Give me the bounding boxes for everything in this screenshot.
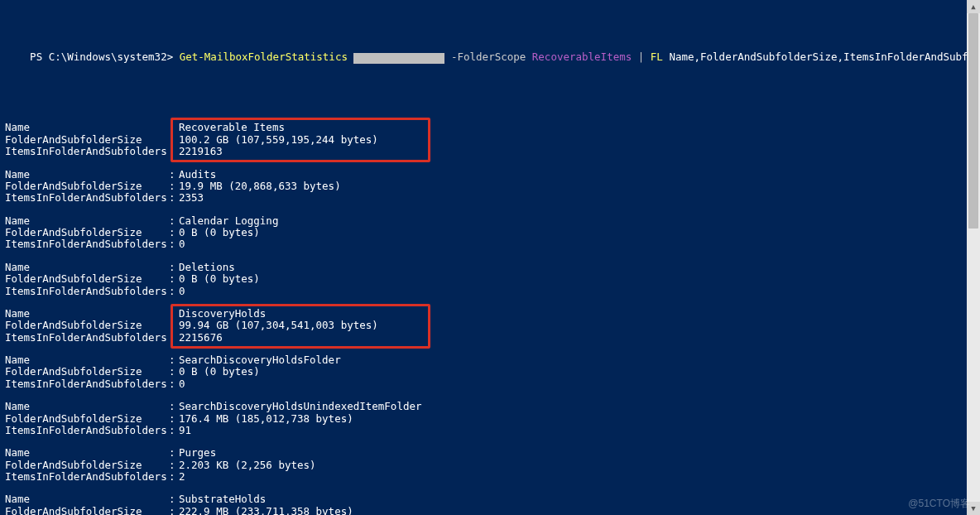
field-label: FolderAndSubfolderSize — [5, 506, 169, 515]
output-row: FolderAndSubfolderSize:0 B (0 bytes) — [5, 227, 975, 238]
fl-props: Name,FolderAndSubfolderSize,ItemsInFolde… — [669, 51, 980, 63]
field-value: Purges — [179, 446, 216, 459]
output-row: ItemsInFolderAndSubfolders:0 — [5, 286, 975, 297]
field-value: 0 — [179, 378, 185, 390]
output-groups: Name Recoverable ItemsFolderAndSubfolder… — [5, 122, 975, 515]
vertical-scrollbar[interactable]: ▲ ▼ — [967, 0, 980, 515]
output-row: ItemsInFolderAndSubfolders:2215676 — [5, 332, 975, 344]
scroll-thumb[interactable] — [968, 13, 978, 229]
output-row: FolderAndSubfolderSize:222.9 MB (233,711… — [5, 506, 975, 515]
field-label: Name — [5, 169, 169, 180]
colon: : — [169, 354, 179, 366]
colon: : — [169, 460, 179, 471]
colon: : — [169, 332, 179, 344]
colon — [169, 122, 179, 133]
field-value: 0 B (0 bytes) — [179, 272, 260, 285]
scope-value: RecoverableItems — [526, 51, 637, 63]
output-row: FolderAndSubfolderSize:99.94 GB (107,304… — [5, 320, 975, 331]
colon: : — [169, 308, 179, 320]
folder-group: Name:PurgesFolderAndSubfolderSize:2.203 … — [5, 447, 975, 483]
field-label: Name — [5, 122, 169, 133]
field-label: FolderAndSubfolderSize — [5, 366, 169, 378]
field-label: FolderAndSubfolderSize — [5, 273, 169, 285]
field-value: 19.9 MB (20,868,633 bytes) — [179, 180, 341, 192]
output-row: ItemsInFolderAndSubfolders 2219163 — [5, 146, 975, 157]
output-row: FolderAndSubfolderSize 100.2 GB (107,559… — [5, 134, 975, 146]
field-label: Name — [5, 401, 169, 412]
colon: : — [169, 447, 179, 459]
colon: : — [169, 493, 179, 505]
watermark: @51CTO博客 — [908, 498, 970, 510]
output-row: Name:DiscoveryHolds — [5, 308, 975, 320]
field-label: FolderAndSubfolderSize — [5, 134, 169, 146]
field-value: 91 — [179, 424, 191, 436]
field-value: 0 B (0 bytes) — [179, 365, 260, 378]
field-label: FolderAndSubfolderSize — [5, 227, 169, 238]
field-label: ItemsInFolderAndSubfolders — [5, 238, 169, 250]
folder-group: Name:SearchDiscoveryHoldsUnindexedItemFo… — [5, 401, 975, 436]
field-label: Name — [5, 447, 169, 459]
colon: : — [169, 169, 179, 180]
field-value: 0 B (0 bytes) — [179, 226, 260, 238]
param-folderscope: -FolderScope — [451, 51, 526, 63]
colon: : — [169, 366, 179, 378]
field-value: Recoverable Items — [179, 121, 285, 133]
folder-group: Name Recoverable ItemsFolderAndSubfolder… — [5, 122, 975, 157]
field-value: SearchDiscoveryHoldsUnindexedItemFolder — [179, 400, 422, 412]
output-row: ItemsInFolderAndSubfolders:2353 — [5, 192, 975, 204]
command-line: PS C:\Windows\system32> Get-MailboxFolde… — [5, 39, 975, 75]
output-row: FolderAndSubfolderSize:19.9 MB (20,868,6… — [5, 180, 975, 192]
folder-group: Name:DiscoveryHoldsFolderAndSubfolderSiz… — [5, 308, 975, 344]
field-value: 2215676 — [179, 331, 223, 344]
colon: : — [169, 401, 179, 412]
output-row: Name:SubstrateHolds — [5, 493, 975, 505]
colon: : — [169, 471, 179, 483]
powershell-terminal[interactable]: PS C:\Windows\system32> Get-MailboxFolde… — [0, 0, 980, 515]
field-value: 222.9 MB (233,711,358 bytes) — [179, 505, 353, 515]
output-row: Name:Purges — [5, 447, 975, 459]
output-row: FolderAndSubfolderSize:0 B (0 bytes) — [5, 273, 975, 285]
field-label: ItemsInFolderAndSubfolders — [5, 192, 169, 204]
output-row: ItemsInFolderAndSubfolders:0 — [5, 378, 975, 390]
field-label: Name — [5, 308, 169, 320]
field-value: 0 — [179, 238, 185, 250]
colon: : — [169, 238, 179, 250]
field-value: 2353 — [179, 191, 204, 204]
colon: : — [169, 425, 179, 436]
field-label: ItemsInFolderAndSubfolders — [5, 378, 169, 390]
field-value: SubstrateHolds — [179, 493, 266, 505]
folder-group: Name:SearchDiscoveryHoldsFolderFolderAnd… — [5, 354, 975, 390]
fl-cmd: FL — [651, 51, 670, 63]
field-label: Name — [5, 215, 169, 227]
colon: : — [169, 227, 179, 238]
output-row: Name:Audits — [5, 169, 975, 180]
field-label: ItemsInFolderAndSubfolders — [5, 425, 169, 436]
field-value: 0 — [179, 285, 185, 297]
colon: : — [169, 378, 179, 390]
field-label: ItemsInFolderAndSubfolders — [5, 332, 169, 344]
output-row: ItemsInFolderAndSubfolders:2 — [5, 471, 975, 483]
field-label: Name — [5, 262, 169, 273]
field-label: ItemsInFolderAndSubfolders — [5, 146, 169, 157]
field-label: FolderAndSubfolderSize — [5, 180, 169, 192]
output-row: FolderAndSubfolderSize:176.4 MB (185,012… — [5, 413, 975, 425]
output-row: Name:Calendar Logging — [5, 215, 975, 227]
field-value: Audits — [179, 168, 216, 180]
colon: : — [169, 413, 179, 425]
colon — [169, 134, 179, 146]
colon: : — [169, 192, 179, 204]
folder-group: Name:DeletionsFolderAndSubfolderSize:0 B… — [5, 262, 975, 297]
folder-group: Name:Calendar LoggingFolderAndSubfolderS… — [5, 215, 975, 251]
field-value: 176.4 MB (185,012,738 bytes) — [179, 412, 353, 425]
field-value: DiscoveryHolds — [179, 307, 266, 320]
field-label: Name — [5, 354, 169, 366]
field-label: FolderAndSubfolderSize — [5, 413, 169, 425]
field-label: FolderAndSubfolderSize — [5, 460, 169, 471]
folder-group: Name:SubstrateHoldsFolderAndSubfolderSiz… — [5, 493, 975, 515]
scroll-up-button[interactable]: ▲ — [967, 0, 980, 13]
cmdlet: Get-MailboxFolderStatistics — [180, 51, 354, 63]
colon: : — [169, 320, 179, 331]
output-row: FolderAndSubfolderSize:2.203 KB (2,256 b… — [5, 460, 975, 471]
colon: : — [169, 286, 179, 297]
colon: : — [169, 180, 179, 192]
